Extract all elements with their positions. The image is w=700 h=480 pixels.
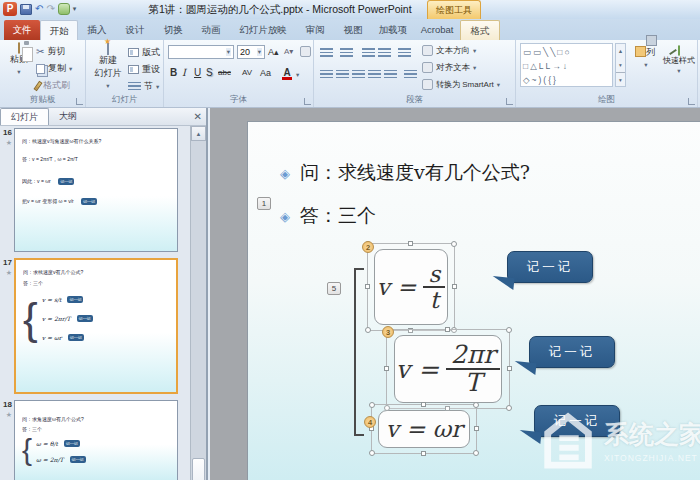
tab-acrobat[interactable]: Acrobat	[414, 20, 460, 40]
selection-handle[interactable]	[451, 241, 457, 247]
quick-styles-dropdown-icon[interactable]: ▾	[677, 67, 680, 74]
distribute-icon[interactable]	[384, 70, 397, 79]
shapes-row-2[interactable]: □△LL→↓	[523, 59, 610, 73]
panel-tab-slides[interactable]: 幻灯片	[0, 108, 49, 125]
grow-font-button[interactable]: A▴	[268, 45, 279, 59]
slide-question-line[interactable]: ◈ 问：求线速度v有几个公式?	[280, 160, 530, 186]
formula-group-bracket[interactable]	[354, 268, 364, 436]
shapes-scroll-up-icon[interactable]: ▲	[616, 44, 625, 58]
qat-dropdown-icon[interactable]: ▾	[73, 5, 77, 13]
italic-button[interactable]: I	[182, 66, 186, 80]
selection-handle[interactable]	[473, 402, 479, 408]
selection-handle[interactable]	[365, 327, 371, 333]
selection-handle[interactable]	[369, 450, 375, 456]
shapes-more-icon[interactable]: ▾	[616, 72, 625, 87]
slide-16-animation-icon[interactable]: ★	[2, 139, 12, 147]
arrange-dropdown-icon[interactable]: ▾	[644, 61, 647, 68]
character-spacing-button[interactable]: AV	[242, 66, 252, 80]
selection-handle[interactable]	[452, 284, 457, 289]
align-left-icon[interactable]	[320, 70, 333, 79]
paste-button[interactable]: 粘贴 ▾	[4, 43, 34, 76]
selection-handle[interactable]	[473, 450, 479, 456]
justify-icon[interactable]	[368, 70, 381, 79]
font-size-combo[interactable]: 20 ▾	[237, 45, 265, 59]
memo-bubble-2[interactable]: 记一记	[529, 336, 615, 368]
selection-handle[interactable]	[369, 402, 375, 408]
animation-badge-3[interactable]: 3	[382, 326, 394, 338]
columns-icon[interactable]	[404, 70, 417, 79]
panel-close-icon[interactable]: ✕	[194, 110, 202, 124]
formula-box-3-selection[interactable]	[371, 404, 477, 454]
text-direction-dropdown-icon[interactable]: ▾	[473, 47, 476, 55]
panel-scrollbar-thumb[interactable]	[192, 458, 205, 480]
powerpoint-logo-icon[interactable]: P	[3, 2, 17, 16]
underline-button[interactable]: U	[194, 66, 201, 80]
formula-box-2-selection[interactable]	[386, 329, 510, 409]
drawing-dialog-launcher-icon[interactable]	[688, 98, 695, 105]
animation-badge-1[interactable]: 1	[257, 197, 271, 210]
slide-17-animation-icon[interactable]: ★	[2, 269, 12, 277]
slide-18-animation-icon[interactable]: ★	[2, 411, 12, 419]
layout-button[interactable]: 版式	[128, 45, 160, 60]
panel-scroll-up-icon[interactable]: ▲	[191, 126, 206, 141]
slide-18-thumbnail[interactable]: 问：求角速度ω有几个公式? 答：三个 { ω = θ/t 记一记 ω = 2π/…	[14, 400, 178, 480]
font-name-combo[interactable]: ▾	[168, 45, 234, 59]
tab-addins[interactable]: 加载项	[372, 20, 414, 40]
selection-handle[interactable]	[445, 327, 450, 332]
font-color-dropdown-icon[interactable]: ▾	[296, 71, 299, 79]
increase-indent-icon[interactable]	[378, 48, 391, 57]
section-button[interactable]: 节 ▾	[128, 79, 159, 94]
new-slide-dropdown-icon[interactable]: ▾	[106, 82, 109, 89]
paragraph-dialog-launcher-icon[interactable]	[506, 98, 513, 105]
align-right-icon[interactable]	[352, 70, 365, 79]
section-dropdown-icon[interactable]: ▾	[156, 83, 159, 91]
format-painter-button[interactable]: 格式刷	[36, 78, 70, 93]
tab-file[interactable]: 文件	[4, 20, 40, 40]
bullets-icon[interactable]	[320, 48, 333, 57]
save-icon[interactable]	[20, 4, 32, 15]
strikethrough-button[interactable]: abc	[218, 66, 231, 80]
arrange-button[interactable]: 排列 ▾	[630, 46, 662, 69]
tab-slideshow[interactable]: 幻灯片放映	[230, 20, 296, 40]
shapes-scroll-down-icon[interactable]: ▾	[616, 58, 625, 72]
numbering-icon[interactable]	[340, 48, 353, 57]
slide-answer-line[interactable]: ◈ 答：三个	[280, 203, 376, 229]
align-text-dropdown-icon[interactable]: ▾	[473, 64, 476, 72]
animation-badge-4[interactable]: 4	[364, 416, 376, 428]
tab-review[interactable]: 审阅	[296, 20, 334, 40]
line-spacing-icon[interactable]	[398, 48, 411, 57]
reset-button[interactable]: 重设	[128, 62, 160, 77]
shapes-gallery[interactable]: ▭▭╲╲□○ □△LL→↓ ◇~)({}	[520, 43, 613, 87]
new-slide-button[interactable]: 新建 幻灯片 ▾	[90, 44, 126, 90]
shapes-row-3[interactable]: ◇~)({}	[523, 73, 610, 87]
cut-button[interactable]: ✂ 剪切	[36, 44, 65, 59]
selection-handle[interactable]	[408, 241, 413, 246]
clipboard-dialog-launcher-icon[interactable]	[76, 98, 83, 105]
tab-home[interactable]: 开始	[40, 20, 78, 40]
font-dialog-launcher-icon[interactable]	[304, 98, 311, 105]
font-color-button[interactable]: A	[282, 66, 292, 80]
selection-handle[interactable]	[474, 426, 479, 431]
selection-handle[interactable]	[365, 284, 370, 289]
copy-dropdown-icon[interactable]: ▾	[69, 65, 72, 73]
selection-handle[interactable]	[421, 402, 426, 407]
slide-17-thumbnail[interactable]: 问：求线速度v有几个公式? 答：三个 { v = s/t 记一记 v = 2πr…	[14, 258, 178, 394]
shrink-font-button[interactable]: A▾	[284, 45, 293, 59]
formula-box-1-selection[interactable]	[367, 243, 455, 331]
shapes-row-1[interactable]: ▭▭╲╲□○	[523, 45, 610, 59]
selection-handle[interactable]	[384, 366, 389, 371]
tab-view[interactable]: 视图	[334, 20, 372, 40]
copy-button[interactable]: 复制 ▾	[36, 61, 72, 76]
font-name-dropdown-icon[interactable]: ▾	[226, 48, 231, 56]
animation-badge-2[interactable]: 2	[362, 241, 374, 253]
convert-smartart-button[interactable]: 转换为 SmartArt ▾	[422, 77, 500, 92]
bold-button[interactable]: B	[170, 66, 177, 80]
phonetic-guide-icon[interactable]	[300, 46, 311, 57]
selection-handle[interactable]	[506, 405, 512, 411]
slide-16-thumbnail[interactable]: 问：线速度v与角速度ω有什么关系? 答：v = 2πr/T，ω = 2π/T 因…	[14, 128, 178, 252]
animation-badge-5[interactable]: 5	[327, 282, 341, 295]
decrease-indent-icon[interactable]	[362, 48, 375, 57]
tab-animations[interactable]: 动画	[192, 20, 230, 40]
quick-styles-button[interactable]: 快速样式 ▾	[662, 46, 696, 75]
memo-bubble-1[interactable]: 记一记	[507, 251, 593, 283]
